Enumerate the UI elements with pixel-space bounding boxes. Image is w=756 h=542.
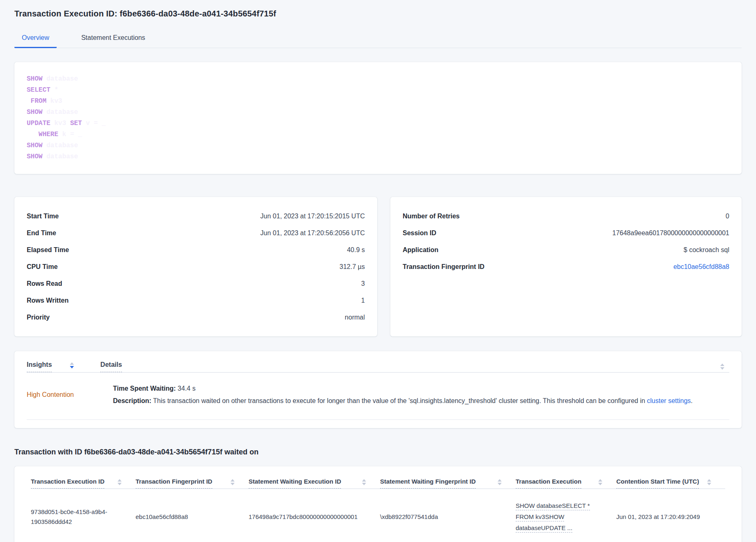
insights-table-card: Insights Details High Contention Time Sp… [14,351,742,428]
stat-label: Elapsed Time [27,246,69,254]
sort-down-icon [230,483,235,485]
summary-card-session: Number of Retries 0 Session ID 17648a9ee… [390,197,742,336]
stat-label: Start Time [27,213,59,220]
column-header-statement-waiting-execution-id: Statement Waiting Execution ID [249,478,380,489]
insights-header-row: Insights Details [27,351,729,373]
stat-row-end-time: End Time Jun 01, 2023 at 17:20:56:2056 U… [27,225,365,241]
high-contention-badge: High Contention [27,391,113,398]
stat-row-start-time: Start Time Jun 01, 2023 at 17:20:15:2015… [27,208,365,225]
summary-cards-row: Start Time Jun 01, 2023 at 17:20:15:2015… [14,197,742,336]
sort-down-icon [362,483,366,485]
sort-up-icon [230,479,235,482]
transaction-fingerprint-link[interactable]: ebc10ae56cfd88a8 [673,263,729,271]
stat-label: CPU Time [27,263,58,271]
sort-control[interactable] [707,479,711,485]
time-spent-waiting: Time Spent Waiting: 34.4 s [113,382,729,395]
sql-line: UPDATE kv3 SET v = _ [27,118,729,129]
column-header-insights[interactable]: Insights [27,361,52,372]
stat-label: Number of Retries [403,213,460,220]
column-header-details[interactable]: Details [100,361,122,372]
cell-statement-waiting-execution-id: 176498a9c717bdc80000000000000001 [249,512,380,522]
stat-label: Session ID [403,229,436,237]
column-header-transaction-execution: Transaction Execution [516,478,616,489]
sort-control[interactable] [362,479,366,485]
tab-statement-executions[interactable]: Statement Executions [74,30,153,48]
sort-down-icon [70,366,74,368]
stat-row-retries: Number of Retries 0 [403,208,729,225]
sql-line: SHOW database [27,107,729,118]
sort-control[interactable] [230,479,235,485]
insight-details: Time Spent Waiting: 34.4 s Description: … [113,382,729,407]
column-header-statement-waiting-fingerprint-id: Statement Waiting Fingerprint ID [380,478,516,489]
stat-row-cpu-time: CPU Time 312.7 µs [27,258,365,275]
stat-value: 0 [726,213,729,220]
stat-label: Application [403,246,438,254]
sort-up-icon [498,479,502,482]
transaction-execution-link-line[interactable]: SHOW databaseSELECT * [516,501,602,511]
cell-transaction-execution-id: 9738d051-bc0e-4158-a9b4-1903586ddd42 [31,507,136,527]
stat-label: Priority [27,314,50,321]
stat-row-session-id: Session ID 17648a9eea6017800000000000000… [403,225,729,241]
sort-control[interactable] [498,479,502,485]
sort-control-table[interactable] [720,364,724,370]
stat-value: 3 [361,280,365,287]
stat-label: Transaction Fingerprint ID [403,263,484,271]
waited-on-header-row: Transaction Execution ID Transaction Fin… [31,466,725,489]
stat-label: Rows Written [27,297,69,304]
stat-row-elapsed-time: Elapsed Time 40.9 s [27,241,365,258]
sql-line: SHOW database [27,74,729,85]
sort-down-icon [720,367,724,370]
stat-value: Jun 01, 2023 at 17:20:56:2056 UTC [260,229,365,237]
cluster-settings-link[interactable]: cluster settings [647,397,691,404]
stat-row-rows-read: Rows Read 3 [27,275,365,292]
insights-row: High Contention Time Spent Waiting: 34.4… [27,373,729,420]
stat-label: End Time [27,229,56,237]
sql-line: SHOW database [27,151,729,162]
stat-value: 312.7 µs [339,263,365,271]
sql-line: SHOW database [27,140,729,151]
sql-line: WHERE k = _ [27,129,729,140]
sort-control[interactable] [118,479,122,485]
transaction-details-page: Transaction Execution ID: f6be6366-da03-… [0,0,756,542]
sort-up-icon [707,479,711,482]
sort-up-icon [362,479,366,482]
cell-statement-waiting-fingerprint-id: \xdb8922f077541dda [380,512,516,522]
sort-up-icon [118,479,122,482]
tab-overview[interactable]: Overview [14,30,57,48]
stat-row-priority: Priority normal [27,309,365,326]
sort-up-icon [720,364,724,366]
transaction-execution-link-line[interactable]: FROM kv3SHOW [516,512,602,522]
cell-contention-start-time: Jun 01, 2023 at 17:20:49:2049 [616,512,725,522]
stat-label: Rows Read [27,280,62,287]
sort-down-icon [118,483,122,485]
cell-transaction-execution-link[interactable]: SHOW databaseSELECT * FROM kv3SHOW datab… [516,500,616,534]
tab-bar: Overview Statement Executions [14,30,742,48]
waited-on-table-row: 9738d051-bc0e-4158-a9b4-1903586ddd42 ebc… [31,489,725,542]
stat-value: $ cockroach sql [684,246,729,254]
stat-value: normal [345,314,365,321]
sort-up-icon [70,362,74,365]
cell-transaction-fingerprint-id: ebc10ae56cfd88a8 [136,512,249,522]
sort-down-icon [598,483,602,485]
sort-control[interactable] [598,479,602,485]
sort-down-icon [707,483,711,485]
column-header-transaction-fingerprint-id: Transaction Fingerprint ID [136,478,249,489]
stat-row-rows-written: Rows Written 1 [27,292,365,309]
stat-row-application: Application $ cockroach sql [403,241,729,258]
insight-description: Description: This transaction waited on … [113,395,729,407]
stat-value: 40.9 s [347,246,365,254]
page-title: Transaction Execution ID: f6be6366-da03-… [14,0,742,19]
stat-value: 17648a9eea6017800000000000000001 [612,229,729,237]
waited-on-heading: Transaction with ID f6be6366-da03-48de-a… [14,448,742,456]
stat-row-transaction-fingerprint-id: Transaction Fingerprint ID ebc10ae56cfd8… [403,258,729,275]
stat-value: 1 [361,297,365,304]
sort-down-icon [498,483,502,485]
card-footer-spacer [27,420,729,428]
sort-control-insights[interactable] [70,362,74,368]
stat-value: Jun 01, 2023 at 17:20:15:2015 UTC [260,213,365,220]
sql-line: FROM kv3 [27,96,729,107]
transaction-execution-link-line[interactable]: databaseUPDATE ... [516,523,602,533]
column-header-contention-start-time: Contention Start Time (UTC) [616,478,725,489]
sql-line: SELECT * [27,85,729,96]
column-header-transaction-execution-id: Transaction Execution ID [31,478,136,489]
